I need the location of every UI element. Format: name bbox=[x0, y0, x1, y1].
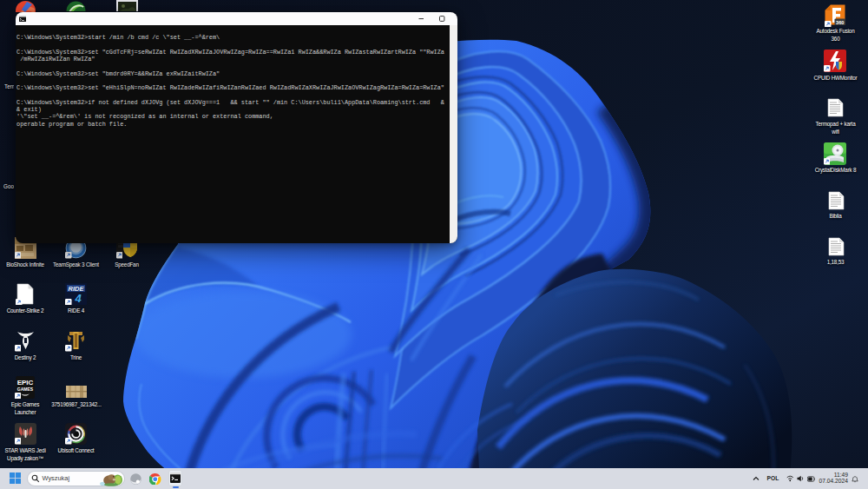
svg-text:GAMES: GAMES bbox=[16, 387, 33, 392]
svg-text:4: 4 bbox=[74, 292, 82, 305]
svg-text:360: 360 bbox=[836, 20, 844, 25]
